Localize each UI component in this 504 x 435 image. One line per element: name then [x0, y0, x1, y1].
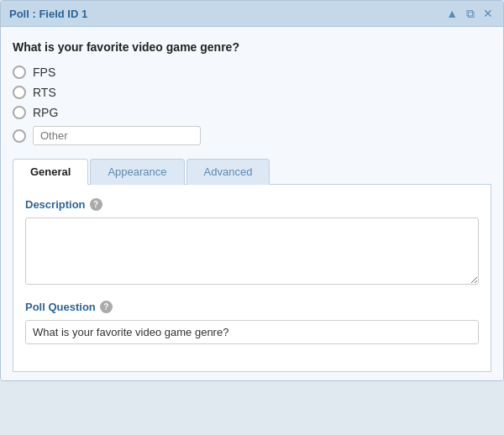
title-bar: Poll : Field ID 1 ▲ ⧉ ✕	[1, 1, 503, 27]
option-rts-label: RTS	[33, 86, 56, 99]
option-other	[13, 126, 491, 145]
title-bar-left: Poll : Field ID 1	[9, 8, 87, 20]
poll-window: Poll : Field ID 1 ▲ ⧉ ✕ What is your fav…	[0, 0, 504, 381]
radio-rts[interactable]	[13, 86, 26, 99]
description-group: Description ?	[25, 198, 479, 287]
radio-rpg[interactable]	[13, 106, 26, 119]
collapse-button[interactable]: ▲	[444, 6, 459, 21]
option-rts: RTS	[13, 86, 491, 99]
content-area: What is your favorite video game genre? …	[1, 27, 503, 380]
tab-general[interactable]: General	[13, 159, 88, 185]
question-text: What is your favorite video game genre?	[13, 40, 491, 54]
option-fps-label: FPS	[33, 66, 55, 79]
tabs-section: General Appearance Advanced Description …	[13, 159, 491, 372]
copy-button[interactable]: ⧉	[465, 6, 476, 21]
description-label: Description ?	[25, 198, 479, 211]
description-help-icon[interactable]: ?	[90, 198, 102, 211]
option-fps: FPS	[13, 66, 491, 79]
other-input[interactable]	[33, 126, 201, 145]
poll-question-label: Poll Question ?	[25, 301, 479, 313]
option-rpg-label: RPG	[33, 106, 58, 119]
tab-content-general: Description ? Poll Question ?	[13, 185, 491, 372]
tabs-row: General Appearance Advanced	[13, 159, 491, 185]
radio-other[interactable]	[13, 129, 26, 143]
poll-question-input[interactable]	[25, 320, 479, 344]
tab-advanced[interactable]: Advanced	[186, 159, 270, 185]
close-button[interactable]: ✕	[481, 6, 495, 21]
title-bar-controls: ▲ ⧉ ✕	[444, 6, 495, 21]
description-textarea[interactable]	[25, 218, 479, 285]
window-title: Poll : Field ID 1	[9, 8, 87, 20]
poll-question-group: Poll Question ?	[25, 301, 479, 344]
poll-question-help-icon[interactable]: ?	[100, 301, 113, 313]
radio-fps[interactable]	[13, 66, 26, 79]
option-rpg: RPG	[13, 106, 491, 119]
tab-appearance[interactable]: Appearance	[90, 159, 184, 185]
